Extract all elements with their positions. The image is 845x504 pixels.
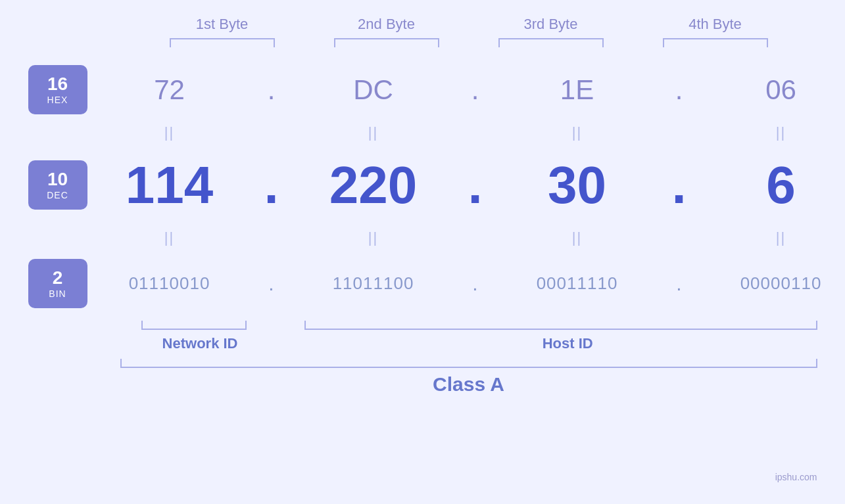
dec-value-1: 114 [126, 155, 213, 216]
dec-cell-2: 220 [291, 155, 456, 216]
bin-num: 2 [53, 268, 63, 288]
top-bracket-3 [498, 38, 604, 47]
hex-value-3: 1E [560, 74, 594, 106]
eq1-cell-2: || [291, 124, 456, 141]
class-label: Class A [120, 373, 817, 396]
dec-num: 10 [47, 170, 68, 190]
dec-row: 114 . 220 . 30 . 6 [87, 146, 846, 225]
eq2-cell-2: || [291, 229, 456, 246]
bin-dot-1: . [252, 273, 291, 295]
hex-value-2: DC [353, 74, 393, 106]
dec-value-3: 30 [548, 155, 606, 216]
bin-cell-1: 01110010 [87, 273, 252, 294]
dec-dot-1: . [252, 155, 291, 216]
dec-value-2: 220 [329, 155, 417, 216]
bin-value-3: 00011110 [537, 273, 618, 294]
byte-headers: 1st Byte 2nd Byte 3rd Byte 4th Byte [28, 16, 817, 33]
bin-badge: 2 BIN [28, 259, 87, 308]
byte3-header: 3rd Byte [469, 16, 633, 33]
byte4-header: 4th Byte [633, 16, 798, 33]
hex-value-4: 06 [765, 74, 796, 106]
dec-dot-3: . [660, 155, 699, 216]
eq1-cell-4: || [699, 124, 846, 141]
top-bracket-2 [334, 38, 439, 47]
eq1-cell-1: || [87, 124, 252, 141]
host-id-label: Host ID [318, 335, 817, 352]
hex-name: HEX [47, 95, 68, 105]
bin-row: 01110010 . 11011100 . 00011110 . [87, 251, 846, 317]
dec-name: DEC [47, 190, 68, 200]
top-bracket-4 [663, 38, 768, 47]
main-container: 1st Byte 2nd Byte 3rd Byte 4th Byte 16 H… [28, 16, 817, 489]
network-id-label: Network ID [120, 335, 280, 352]
hex-row: 72 . DC . 1E . 06 [87, 60, 846, 120]
hex-value-1: 72 [154, 74, 185, 106]
bottom-brackets-row [120, 321, 817, 330]
bottom-section: Network ID Host ID [28, 321, 817, 352]
data-rows: 72 . DC . 1E . 06 [87, 60, 846, 317]
eq1-cell-3: || [495, 124, 660, 141]
bin-value-1: 01110010 [129, 273, 210, 294]
hex-badge: 16 HEX [28, 65, 87, 114]
hex-cell-1: 72 [87, 74, 252, 106]
bin-value-2: 11011100 [333, 273, 414, 294]
label-column: 16 HEX 10 DEC 2 BIN [28, 60, 87, 317]
byte2-header: 2nd Byte [304, 16, 469, 33]
hex-cell-3: 1E [495, 74, 660, 106]
bin-cell-3: 00011110 [495, 273, 660, 294]
dec-dot-2: . [456, 155, 495, 216]
bin-dot-2: . [456, 273, 495, 295]
dec-cell-4: 6 [699, 155, 846, 216]
hex-cell-2: DC [291, 74, 456, 106]
network-bracket-cell [120, 321, 269, 330]
bin-dot-3: . [660, 273, 699, 295]
eq2-cell-1: || [87, 229, 252, 246]
class-bracket [120, 359, 817, 368]
hex-dot-3: . [660, 74, 699, 106]
hex-dot-1: . [252, 74, 291, 106]
host-bracket-cell [304, 321, 817, 330]
host-bracket [304, 321, 817, 330]
byte1-header: 1st Byte [140, 16, 304, 33]
bin-cell-2: 11011100 [291, 273, 456, 294]
dec-badge: 10 DEC [28, 160, 87, 210]
label-row: Network ID Host ID [120, 335, 817, 352]
top-bracket-1 [170, 38, 275, 47]
top-brackets [28, 38, 817, 47]
bracket-dot-gap-1 [268, 321, 304, 330]
dec-cell-3: 30 [495, 155, 660, 216]
dec-cell-1: 114 [87, 155, 252, 216]
hex-num: 16 [47, 74, 68, 95]
watermark: ipshu.com [775, 472, 817, 482]
rows-area: 16 HEX 10 DEC 2 BIN [28, 60, 817, 317]
hex-cell-4: 06 [699, 74, 846, 106]
class-bracket-row [120, 359, 817, 368]
hex-dot-2: . [456, 74, 495, 106]
eq2-cell-3: || [495, 229, 660, 246]
equals-row-1: || || || || [87, 120, 846, 146]
dec-value-4: 6 [766, 155, 796, 216]
bin-value-4: 00000110 [740, 273, 822, 294]
bin-name: BIN [49, 288, 66, 299]
label-dot-space [280, 335, 318, 352]
eq2-cell-4: || [699, 229, 846, 246]
class-section: Class A [28, 359, 817, 396]
network-bracket [141, 321, 247, 330]
bin-cell-4: 00000110 [699, 273, 846, 294]
equals-row-2: || || || || [87, 225, 846, 251]
